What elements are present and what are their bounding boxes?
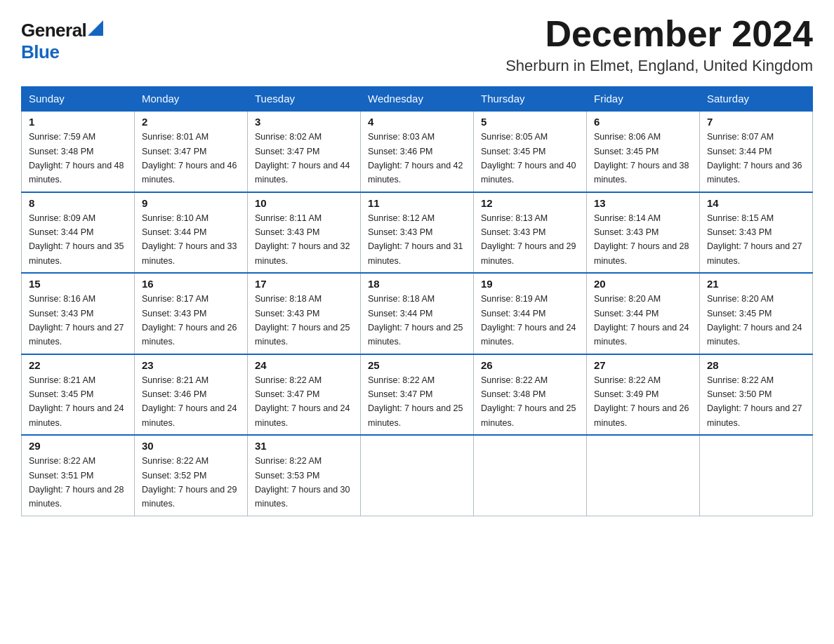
calendar-cell: 28 Sunrise: 8:22 AMSunset: 3:50 PMDaylig… (700, 354, 813, 436)
day-info: Sunrise: 8:22 AMSunset: 3:50 PMDaylight:… (707, 375, 802, 428)
day-number: 31 (255, 440, 353, 452)
calendar-cell (474, 435, 587, 516)
day-number: 5 (481, 116, 579, 128)
day-info: Sunrise: 8:15 AMSunset: 3:43 PMDaylight:… (707, 213, 802, 266)
day-info: Sunrise: 7:59 AMSunset: 3:48 PMDaylight:… (29, 132, 124, 185)
svg-marker-0 (88, 20, 103, 36)
calendar-cell: 21 Sunrise: 8:20 AMSunset: 3:45 PMDaylig… (700, 273, 813, 354)
day-number: 4 (368, 116, 466, 128)
day-number: 14 (707, 197, 805, 209)
week-row-5: 29 Sunrise: 8:22 AMSunset: 3:51 PMDaylig… (22, 435, 813, 516)
week-row-3: 15 Sunrise: 8:16 AMSunset: 3:43 PMDaylig… (22, 273, 813, 354)
logo: General Blue (21, 14, 103, 63)
day-number: 1 (29, 116, 127, 128)
week-row-2: 8 Sunrise: 8:09 AMSunset: 3:44 PMDayligh… (22, 192, 813, 274)
day-number: 21 (707, 278, 805, 290)
calendar-cell: 29 Sunrise: 8:22 AMSunset: 3:51 PMDaylig… (22, 435, 135, 516)
calendar-cell: 10 Sunrise: 8:11 AMSunset: 3:43 PMDaylig… (248, 192, 361, 274)
day-number: 3 (255, 116, 353, 128)
day-number: 29 (29, 440, 127, 452)
col-sunday: Sunday (22, 87, 135, 112)
day-number: 12 (481, 197, 579, 209)
day-number: 27 (594, 359, 692, 371)
calendar-cell: 20 Sunrise: 8:20 AMSunset: 3:44 PMDaylig… (587, 273, 700, 354)
day-number: 18 (368, 278, 466, 290)
day-info: Sunrise: 8:18 AMSunset: 3:43 PMDaylight:… (255, 294, 350, 347)
col-thursday: Thursday (474, 87, 587, 112)
day-info: Sunrise: 8:22 AMSunset: 3:49 PMDaylight:… (594, 375, 689, 428)
day-number: 8 (29, 197, 127, 209)
day-info: Sunrise: 8:03 AMSunset: 3:46 PMDaylight:… (368, 132, 463, 185)
day-info: Sunrise: 8:13 AMSunset: 3:43 PMDaylight:… (481, 213, 576, 266)
calendar-cell: 15 Sunrise: 8:16 AMSunset: 3:43 PMDaylig… (22, 273, 135, 354)
calendar-cell: 1 Sunrise: 7:59 AMSunset: 3:48 PMDayligh… (22, 111, 135, 192)
day-info: Sunrise: 8:22 AMSunset: 3:51 PMDaylight:… (29, 456, 124, 509)
day-info: Sunrise: 8:21 AMSunset: 3:45 PMDaylight:… (29, 375, 124, 428)
day-number: 7 (707, 116, 805, 128)
day-info: Sunrise: 8:22 AMSunset: 3:53 PMDaylight:… (255, 456, 350, 509)
calendar-cell: 8 Sunrise: 8:09 AMSunset: 3:44 PMDayligh… (22, 192, 135, 274)
day-number: 20 (594, 278, 692, 290)
day-number: 16 (142, 278, 240, 290)
day-info: Sunrise: 8:12 AMSunset: 3:43 PMDaylight:… (368, 213, 463, 266)
day-number: 15 (29, 278, 127, 290)
calendar-cell (361, 435, 474, 516)
calendar-cell: 31 Sunrise: 8:22 AMSunset: 3:53 PMDaylig… (248, 435, 361, 516)
day-number: 17 (255, 278, 353, 290)
calendar-cell: 14 Sunrise: 8:15 AMSunset: 3:43 PMDaylig… (700, 192, 813, 274)
day-info: Sunrise: 8:10 AMSunset: 3:44 PMDaylight:… (142, 213, 237, 266)
calendar-cell: 19 Sunrise: 8:19 AMSunset: 3:44 PMDaylig… (474, 273, 587, 354)
col-tuesday: Tuesday (248, 87, 361, 112)
day-info: Sunrise: 8:22 AMSunset: 3:52 PMDaylight:… (142, 456, 237, 509)
calendar-cell: 3 Sunrise: 8:02 AMSunset: 3:47 PMDayligh… (248, 111, 361, 192)
calendar-cell: 2 Sunrise: 8:01 AMSunset: 3:47 PMDayligh… (135, 111, 248, 192)
day-info: Sunrise: 8:22 AMSunset: 3:47 PMDaylight:… (255, 375, 350, 428)
calendar-cell: 9 Sunrise: 8:10 AMSunset: 3:44 PMDayligh… (135, 192, 248, 274)
day-info: Sunrise: 8:11 AMSunset: 3:43 PMDaylight:… (255, 213, 350, 266)
day-info: Sunrise: 8:16 AMSunset: 3:43 PMDaylight:… (29, 294, 124, 347)
calendar-cell: 26 Sunrise: 8:22 AMSunset: 3:48 PMDaylig… (474, 354, 587, 436)
calendar-header-row: Sunday Monday Tuesday Wednesday Thursday… (22, 87, 813, 112)
day-info: Sunrise: 8:21 AMSunset: 3:46 PMDaylight:… (142, 375, 237, 428)
day-info: Sunrise: 8:02 AMSunset: 3:47 PMDaylight:… (255, 132, 350, 185)
calendar-cell: 7 Sunrise: 8:07 AMSunset: 3:44 PMDayligh… (700, 111, 813, 192)
day-number: 24 (255, 359, 353, 371)
calendar-cell: 16 Sunrise: 8:17 AMSunset: 3:43 PMDaylig… (135, 273, 248, 354)
calendar-cell: 23 Sunrise: 8:21 AMSunset: 3:46 PMDaylig… (135, 354, 248, 436)
day-info: Sunrise: 8:22 AMSunset: 3:48 PMDaylight:… (481, 375, 576, 428)
page-header: General Blue December 2024 Sherburn in E… (21, 14, 813, 75)
day-info: Sunrise: 8:17 AMSunset: 3:43 PMDaylight:… (142, 294, 237, 347)
day-number: 28 (707, 359, 805, 371)
calendar-cell: 12 Sunrise: 8:13 AMSunset: 3:43 PMDaylig… (474, 192, 587, 274)
calendar-cell: 6 Sunrise: 8:06 AMSunset: 3:45 PMDayligh… (587, 111, 700, 192)
calendar-cell: 17 Sunrise: 8:18 AMSunset: 3:43 PMDaylig… (248, 273, 361, 354)
logo-blue-text: Blue (21, 41, 59, 63)
day-number: 6 (594, 116, 692, 128)
calendar-cell: 24 Sunrise: 8:22 AMSunset: 3:47 PMDaylig… (248, 354, 361, 436)
calendar-cell: 30 Sunrise: 8:22 AMSunset: 3:52 PMDaylig… (135, 435, 248, 516)
day-number: 11 (368, 197, 466, 209)
week-row-4: 22 Sunrise: 8:21 AMSunset: 3:45 PMDaylig… (22, 354, 813, 436)
day-info: Sunrise: 8:20 AMSunset: 3:44 PMDaylight:… (594, 294, 689, 347)
calendar-cell: 5 Sunrise: 8:05 AMSunset: 3:45 PMDayligh… (474, 111, 587, 192)
day-number: 2 (142, 116, 240, 128)
location-subtitle: Sherburn in Elmet, England, United Kingd… (505, 57, 813, 75)
day-info: Sunrise: 8:06 AMSunset: 3:45 PMDaylight:… (594, 132, 689, 185)
col-monday: Monday (135, 87, 248, 112)
day-info: Sunrise: 8:01 AMSunset: 3:47 PMDaylight:… (142, 132, 237, 185)
col-wednesday: Wednesday (361, 87, 474, 112)
day-number: 23 (142, 359, 240, 371)
calendar-cell (587, 435, 700, 516)
day-number: 19 (481, 278, 579, 290)
calendar-table: Sunday Monday Tuesday Wednesday Thursday… (21, 86, 813, 516)
title-section: December 2024 Sherburn in Elmet, England… (505, 14, 813, 75)
day-info: Sunrise: 8:07 AMSunset: 3:44 PMDaylight:… (707, 132, 802, 185)
day-info: Sunrise: 8:09 AMSunset: 3:44 PMDaylight:… (29, 213, 124, 266)
calendar-cell (700, 435, 813, 516)
calendar-cell: 22 Sunrise: 8:21 AMSunset: 3:45 PMDaylig… (22, 354, 135, 436)
day-number: 22 (29, 359, 127, 371)
calendar-cell: 13 Sunrise: 8:14 AMSunset: 3:43 PMDaylig… (587, 192, 700, 274)
calendar-cell: 27 Sunrise: 8:22 AMSunset: 3:49 PMDaylig… (587, 354, 700, 436)
col-saturday: Saturday (700, 87, 813, 112)
logo-icon (88, 20, 103, 36)
